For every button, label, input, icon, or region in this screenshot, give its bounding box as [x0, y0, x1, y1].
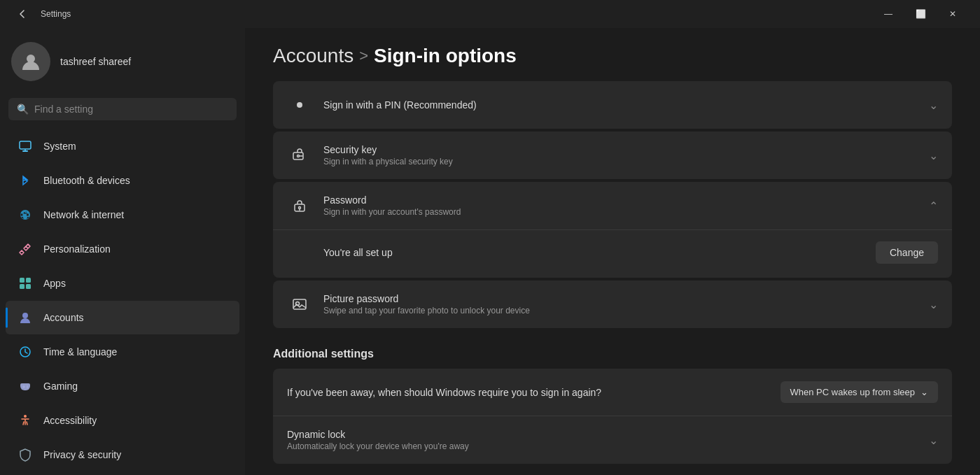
search-box[interactable]: 🔍: [8, 98, 237, 120]
sidebar-item-network[interactable]: Network & internet: [6, 198, 239, 232]
sidebar-item-accounts-label: Accounts: [43, 312, 84, 323]
security-key-icon: [287, 143, 312, 168]
personalization-icon: [17, 241, 34, 257]
breadcrumb-current: Sign-in options: [374, 45, 517, 67]
sidebar-item-personalization-label: Personalization: [43, 243, 111, 255]
sidebar-item-time-label: Time & language: [43, 346, 117, 357]
time-icon: [17, 343, 34, 360]
svg-rect-4: [20, 278, 24, 283]
sidebar-item-accessibility-label: Accessibility: [43, 415, 97, 426]
additional-settings-card: If you've been away, when should Windows…: [273, 369, 952, 464]
away-signin-row: If you've been away, when should Windows…: [273, 369, 952, 416]
breadcrumb-separator: >: [359, 47, 368, 65]
picture-password-row[interactable]: Picture password Swipe and tap your favo…: [273, 281, 952, 328]
security-key-chevron: ⌄: [929, 149, 938, 162]
search-icon: 🔍: [17, 104, 29, 115]
maximize-button[interactable]: ⬜: [904, 0, 937, 28]
nav-list: System Bluetooth & devices Network & int…: [0, 129, 245, 472]
pin-text: Sign in with a PIN (Recommended): [323, 99, 918, 111]
svg-point-15: [297, 102, 302, 108]
breadcrumb-parent[interactable]: Accounts: [273, 45, 354, 67]
svg-point-13: [27, 387, 28, 388]
svg-rect-1: [20, 141, 31, 149]
password-text: Password Sign in with your account's pas…: [323, 194, 918, 217]
sidebar-item-apps-label: Apps: [43, 278, 66, 289]
security-key-card[interactable]: Security key Sign in with a physical sec…: [273, 132, 952, 179]
security-key-title: Security key: [323, 144, 918, 155]
pin-chevron: ⌄: [929, 99, 938, 112]
picture-password-card[interactable]: Picture password Swipe and tap your favo…: [273, 281, 952, 328]
svg-rect-6: [20, 284, 24, 289]
content-area: Accounts > Sign-in options Sign in with …: [245, 28, 980, 475]
picture-password-text: Picture password Swipe and tap your favo…: [323, 293, 918, 316]
system-icon: [17, 138, 34, 155]
dynamic-lock-desc: Automatically lock your device when you'…: [287, 441, 918, 451]
search-input[interactable]: [34, 104, 228, 115]
privacy-icon: [17, 446, 34, 463]
sidebar-item-accounts[interactable]: Accounts: [6, 301, 239, 334]
sidebar-item-personalization[interactable]: Personalization: [6, 232, 239, 266]
network-icon: [17, 206, 34, 223]
password-chevron: ⌃: [929, 199, 938, 213]
sidebar-item-bluetooth[interactable]: Bluetooth & devices: [6, 164, 239, 197]
svg-rect-2: [22, 150, 28, 152]
settings-section: Sign in with a PIN (Recommended) ⌄ Secur…: [245, 81, 980, 328]
svg-point-12: [27, 385, 28, 387]
sidebar-item-system[interactable]: System: [6, 129, 239, 163]
security-key-text: Security key Sign in with a physical sec…: [323, 144, 918, 166]
dynamic-lock-text: Dynamic lock Automatically lock your dev…: [287, 429, 918, 451]
sidebar: tashreef shareef 🔍 System Bluetooth & de…: [0, 28, 245, 475]
dynamic-lock-row[interactable]: Dynamic lock Automatically lock your dev…: [273, 416, 952, 464]
app-title: Settings: [41, 9, 71, 19]
breadcrumb: Accounts > Sign-in options: [273, 45, 952, 67]
svg-point-17: [298, 155, 300, 157]
sidebar-item-accessibility[interactable]: Accessibility: [6, 404, 239, 437]
sidebar-item-privacy-label: Privacy & security: [43, 449, 121, 460]
user-name: tashreef shareef: [60, 56, 131, 67]
minimize-button[interactable]: —: [872, 0, 904, 28]
sidebar-item-network-label: Network & internet: [43, 209, 124, 220]
password-status: You're all set up: [323, 247, 393, 258]
away-dropdown[interactable]: When PC wakes up from sleep ⌄: [780, 381, 938, 403]
password-title: Password: [323, 194, 918, 206]
pin-card[interactable]: Sign in with a PIN (Recommended) ⌄: [273, 81, 952, 129]
svg-rect-11: [22, 386, 25, 388]
password-expanded-content: You're all set up Change: [273, 230, 952, 278]
svg-point-8: [22, 313, 28, 318]
sidebar-item-privacy[interactable]: Privacy & security: [6, 438, 239, 472]
dynamic-lock-chevron: ⌄: [929, 434, 938, 447]
content-header: Accounts > Sign-in options: [245, 28, 980, 81]
security-key-row[interactable]: Security key Sign in with a physical sec…: [273, 132, 952, 179]
accessibility-icon: [17, 412, 34, 429]
close-button[interactable]: ✕: [937, 0, 969, 28]
password-icon: [287, 193, 312, 218]
away-signin-question: If you've been away, when should Windows…: [287, 387, 769, 398]
sidebar-item-apps[interactable]: Apps: [6, 267, 239, 300]
accounts-icon: [17, 309, 34, 326]
sidebar-item-system-label: System: [43, 141, 76, 152]
password-row[interactable]: Password Sign in with your account's pas…: [273, 182, 952, 230]
away-dropdown-chevron: ⌄: [920, 387, 928, 397]
sidebar-item-gaming[interactable]: Gaming: [6, 369, 239, 403]
password-desc: Sign in with your account's password: [323, 207, 918, 217]
password-change-button[interactable]: Change: [876, 241, 938, 264]
apps-icon: [17, 275, 34, 292]
picture-password-icon: [287, 292, 312, 317]
gaming-icon: [17, 378, 34, 395]
picture-password-desc: Swipe and tap your favorite photo to unl…: [323, 306, 918, 316]
additional-settings-title: Additional settings: [245, 331, 980, 369]
avatar: [11, 42, 50, 81]
sidebar-item-time[interactable]: Time & language: [6, 335, 239, 369]
pin-row[interactable]: Sign in with a PIN (Recommended) ⌄: [273, 81, 952, 129]
picture-password-chevron: ⌄: [929, 298, 938, 311]
window-controls: — ⬜ ✕: [872, 0, 969, 28]
picture-password-title: Picture password: [323, 293, 918, 304]
svg-rect-5: [26, 278, 31, 283]
away-dropdown-label: When PC wakes up from sleep: [790, 387, 915, 397]
back-button[interactable]: [11, 3, 34, 25]
svg-rect-7: [26, 284, 31, 289]
titlebar: Settings — ⬜ ✕: [0, 0, 980, 28]
dynamic-lock-title: Dynamic lock: [287, 429, 918, 440]
svg-point-14: [24, 415, 27, 418]
sidebar-item-bluetooth-label: Bluetooth & devices: [43, 175, 130, 186]
